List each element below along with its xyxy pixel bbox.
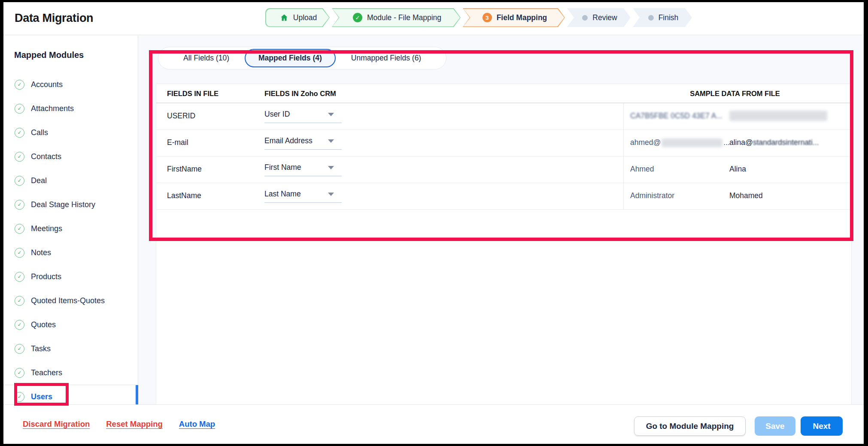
module-label: Teachers <box>31 368 62 377</box>
column-header-fields-in-crm: FIELDS IN Zoho CRM <box>264 90 336 98</box>
file-field-label: USERID <box>167 112 195 121</box>
crm-field-dropdown[interactable]: Email Address <box>264 135 342 150</box>
step-upload[interactable]: Upload <box>265 8 330 27</box>
tab-mapped-fields[interactable]: Mapped Fields (4) <box>245 49 336 67</box>
table-row: USERID User ID CA7B5FBE 0C5D 43E7 A... <box>156 103 851 130</box>
sample-data-cell: Administrator Mohamed <box>623 183 851 209</box>
footer-links: Discard Migration Reset Mapping Auto Map <box>23 419 215 429</box>
sample-data-cell: Ahmed Alina <box>623 157 851 183</box>
crm-field-dropdown[interactable]: Last Name <box>264 188 342 203</box>
module-check-icon: ✓ <box>15 392 24 402</box>
module-label: Contacts <box>31 152 61 161</box>
dropdown-value: Last Name <box>264 190 301 199</box>
module-label: Deal <box>31 176 47 185</box>
column-header-fields-in-file: FIELDS IN FILE <box>167 90 219 98</box>
module-check-icon: ✓ <box>15 104 24 114</box>
dot-icon <box>582 15 588 21</box>
module-list: ✓Accounts ✓Attachments ✓Calls ✓Contacts … <box>3 72 138 409</box>
sidebar-item-contacts[interactable]: ✓Contacts <box>3 145 138 169</box>
page-title: Data Migration <box>15 12 93 25</box>
module-label: Attachments <box>31 104 74 113</box>
tab-unmapped-fields[interactable]: Unmapped Fields (6) <box>336 54 437 63</box>
module-check-icon: ✓ <box>15 248 24 258</box>
table-row: LastName Last Name Administrator Mohamed <box>156 183 851 210</box>
file-field-label: E-mail <box>167 138 188 147</box>
module-label: Notes <box>31 248 51 257</box>
sidebar-item-attachments[interactable]: ✓Attachments <box>3 96 138 121</box>
dropdown-value: Email Address <box>264 136 313 145</box>
module-check-icon: ✓ <box>15 272 24 282</box>
save-button[interactable]: Save <box>755 416 795 436</box>
main-content: All Fields (10) Mapped Fields (4) Unmapp… <box>138 36 864 404</box>
chevron-down-icon <box>328 113 334 116</box>
footer-bar: Discard Migration Reset Mapping Auto Map… <box>3 404 864 444</box>
migration-stepper: Upload ✓ Module - File Mapping 3 Field M… <box>265 8 692 27</box>
step-label: Review <box>592 13 617 22</box>
module-label: Tasks <box>31 344 51 353</box>
step-label: Upload <box>293 13 317 22</box>
module-label: Products <box>31 272 61 281</box>
auto-map-link[interactable]: Auto Map <box>179 419 215 429</box>
data-migration-screen: Data Migration Upload ✓ Module - File Ma… <box>0 0 868 446</box>
chevron-down-icon <box>328 139 334 143</box>
module-check-icon: ✓ <box>15 368 24 378</box>
chevron-down-icon <box>328 166 334 169</box>
redacted-block <box>662 139 722 147</box>
sample-value: Administrator <box>630 191 674 200</box>
module-label: Accounts <box>31 80 63 89</box>
sidebar-title: Mapped Modules <box>14 50 84 60</box>
module-label: Meetings <box>31 224 62 233</box>
dot-icon <box>648 15 654 21</box>
sidebar-item-tasks[interactable]: ✓Tasks <box>3 337 138 361</box>
module-check-icon: ✓ <box>15 320 24 330</box>
module-check-icon: ✓ <box>15 296 24 306</box>
sample-value: Mohamed <box>729 191 763 200</box>
home-icon <box>280 13 288 22</box>
sample-data-cell: ahmed@... alina@standardsinternati... <box>623 130 851 156</box>
module-check-icon: ✓ <box>15 128 24 138</box>
check-circle-icon: ✓ <box>353 13 362 22</box>
sidebar-item-products[interactable]: ✓Products <box>3 265 138 289</box>
module-label: Deal Stage History <box>31 200 95 209</box>
sidebar-item-quotes[interactable]: ✓Quotes <box>3 313 138 337</box>
sidebar-item-meetings[interactable]: ✓Meetings <box>3 217 138 241</box>
step-label: Field Mapping <box>497 13 547 22</box>
dropdown-value: User ID <box>264 110 290 119</box>
module-label: Users <box>31 392 52 401</box>
sidebar-item-deal[interactable]: ✓Deal <box>3 169 138 193</box>
dropdown-value: First Name <box>264 163 301 172</box>
table-row: E-mail Email Address ahmed@... alina@sta… <box>156 130 851 157</box>
sidebar-item-notes[interactable]: ✓Notes <box>3 241 138 265</box>
discard-migration-link[interactable]: Discard Migration <box>23 419 90 429</box>
column-header-sample-data: SAMPLE DATA FROM FILE <box>623 90 847 98</box>
crm-field-dropdown[interactable]: User ID <box>264 108 342 123</box>
tab-all-fields[interactable]: All Fields (10) <box>168 54 245 63</box>
step-finish[interactable]: Finish <box>633 8 692 27</box>
sidebar-item-quoted-items-quotes[interactable]: ✓Quoted Items-Quotes <box>3 289 138 313</box>
module-check-icon: ✓ <box>15 344 24 354</box>
step-module-file-mapping[interactable]: ✓ Module - File Mapping <box>332 8 461 27</box>
table-header-row: FIELDS IN FILE FIELDS IN Zoho CRM SAMPLE… <box>156 84 851 103</box>
module-check-icon: ✓ <box>15 200 24 210</box>
crm-field-dropdown[interactable]: First Name <box>264 162 342 176</box>
sidebar-item-accounts[interactable]: ✓Accounts <box>3 72 138 96</box>
table-row: FirstName First Name Ahmed Alina <box>156 157 851 183</box>
go-to-module-mapping-button[interactable]: Go to Module Mapping <box>634 416 746 436</box>
sidebar-item-deal-stage-history[interactable]: ✓Deal Stage History <box>3 193 138 217</box>
sample-value: Ahmed <box>630 165 654 174</box>
step-label: Module - File Mapping <box>367 13 441 22</box>
sidebar-item-calls[interactable]: ✓Calls <box>3 121 138 145</box>
step-field-mapping[interactable]: 3 Field Mapping <box>463 8 565 27</box>
sample-data-cell: CA7B5FBE 0C5D 43E7 A... <box>623 103 851 130</box>
step-label: Finish <box>659 13 679 22</box>
mapped-modules-sidebar: Mapped Modules ✓Accounts ✓Attachments ✓C… <box>3 36 138 404</box>
sidebar-item-teachers[interactable]: ✓Teachers <box>3 361 138 385</box>
sample-value-partially-redacted: alina@standardsinternati... <box>729 138 819 147</box>
next-button[interactable]: Next <box>801 416 843 436</box>
module-label: Calls <box>31 128 48 137</box>
step-review[interactable]: Review <box>567 8 631 27</box>
step-number-badge: 3 <box>483 13 492 22</box>
reset-mapping-link[interactable]: Reset Mapping <box>106 419 163 429</box>
module-check-icon: ✓ <box>15 224 24 234</box>
chevron-down-icon <box>328 193 334 196</box>
